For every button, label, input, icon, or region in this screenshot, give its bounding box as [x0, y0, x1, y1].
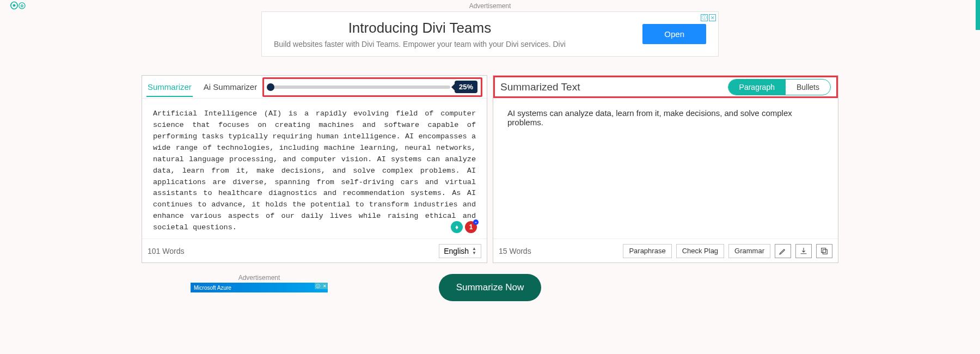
ad-info-icon[interactable]: ⓘ: [701, 14, 708, 21]
length-slider-value: 25%: [455, 81, 477, 93]
ad-controls: ⓘ ✕: [701, 14, 716, 21]
ad-text-block: Introducing Divi Teams Build websites fa…: [274, 20, 566, 48]
input-footer: 101 Words English ▲▼: [142, 239, 487, 263]
input-pane-header: Summarizer Ai Summarizer 25%: [142, 76, 487, 99]
svg-rect-0: [823, 249, 827, 254]
check-plag-button[interactable]: Check Plag: [676, 244, 724, 258]
alert-icon[interactable]: 1 +: [465, 221, 477, 233]
output-header-highlight: Summarized Text Paragraph Bullets: [493, 76, 838, 98]
output-pane: Summarized Text Paragraph Bullets AI sys…: [493, 75, 838, 263]
bottom-ad-close-icon[interactable]: ✕: [321, 283, 328, 289]
ad-label: Advertisement: [0, 2, 980, 10]
bottom-ad-banner[interactable]: Microsoft Azure ⓘ ✕: [191, 283, 328, 292]
alert-count: 1: [469, 223, 473, 231]
edit-icon[interactable]: [775, 244, 791, 258]
ad-title: Introducing Divi Teams: [274, 20, 566, 36]
output-text[interactable]: AI systems can analyze data, learn from …: [504, 108, 827, 127]
bottom-ad-text: Microsoft Azure: [194, 285, 231, 291]
floating-tools: ♦ 1 +: [451, 221, 477, 233]
copy-icon[interactable]: [816, 244, 832, 258]
tab-ai-summarizer[interactable]: Ai Summarizer: [203, 77, 258, 97]
input-textarea[interactable]: Artificial Intelligence (AI) is a rapidl…: [153, 108, 476, 234]
length-slider-box: 25%: [262, 77, 482, 97]
main-panel: Summarizer Ai Summarizer 25% Artificial …: [142, 75, 838, 263]
bottom-ad-section: Advertisement Microsoft Azure ⓘ ✕: [191, 274, 328, 292]
language-select[interactable]: English ▲▼: [439, 244, 481, 258]
ad-close-icon[interactable]: ✕: [709, 14, 716, 21]
svg-rect-1: [822, 248, 826, 252]
output-mode-toggle: Paragraph Bullets: [728, 79, 831, 95]
grammar-button[interactable]: Grammar: [728, 244, 770, 258]
language-value: English: [444, 247, 469, 255]
mode-tabs: Summarizer Ai Summarizer: [142, 77, 258, 97]
bottom-ad-info-icon[interactable]: ⓘ: [315, 283, 321, 289]
download-icon[interactable]: [795, 244, 812, 258]
output-body: AI systems can analyze data, learn from …: [493, 99, 838, 239]
bottom-ad-label: Advertisement: [191, 274, 328, 282]
length-slider-track[interactable]: [267, 86, 450, 89]
stepper-icon: ▲▼: [472, 247, 476, 255]
output-footer: 15 Words Paraphrase Check Plag Grammar: [493, 239, 838, 263]
length-slider-thumb[interactable]: [267, 83, 274, 91]
input-pane: Summarizer Ai Summarizer 25% Artificial …: [142, 75, 487, 263]
hint-icon[interactable]: ♦: [451, 221, 463, 233]
input-body: Artificial Intelligence (AI) is a rapidl…: [142, 99, 487, 239]
input-word-count: 101 Words: [148, 247, 184, 255]
summarize-now-button[interactable]: Summarize Now: [439, 274, 542, 301]
tab-summarizer[interactable]: Summarizer: [146, 77, 193, 97]
output-pane-header: Summarized Text Paragraph Bullets: [493, 76, 838, 99]
output-word-count: 15 Words: [499, 247, 531, 255]
side-accent-strip: [976, 0, 980, 30]
toggle-bullets[interactable]: Bullets: [786, 80, 830, 95]
top-ad-section: Advertisement Introducing Divi Teams Bui…: [0, 0, 980, 59]
output-actions: Paraphrase Check Plag Grammar: [623, 244, 832, 258]
bottom-row: Advertisement Microsoft Azure ⓘ ✕ Summar…: [142, 274, 838, 301]
ad-subtitle: Build websites faster with Divi Teams. E…: [274, 40, 566, 48]
brand-logo: ⦿⦾: [10, 1, 26, 11]
output-title: Summarized Text: [500, 81, 580, 93]
bottom-ad-controls: ⓘ ✕: [315, 283, 328, 289]
alert-badge-dot: +: [473, 219, 479, 225]
top-ad-banner[interactable]: Introducing Divi Teams Build websites fa…: [261, 11, 719, 57]
paraphrase-button[interactable]: Paraphrase: [623, 244, 671, 258]
ad-open-button[interactable]: Open: [642, 24, 706, 44]
toggle-paragraph[interactable]: Paragraph: [728, 80, 786, 95]
